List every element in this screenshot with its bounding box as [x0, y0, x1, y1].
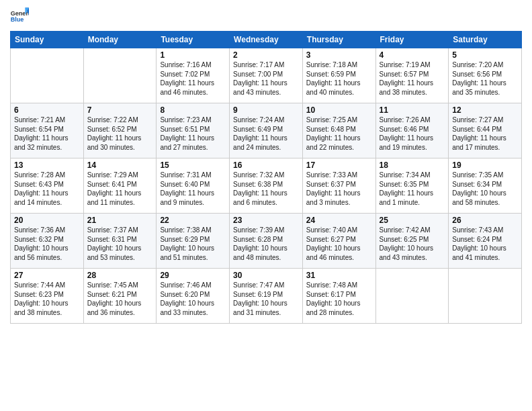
day-info: Sunrise: 7:29 AMSunset: 6:41 PMDaylight:…	[87, 171, 153, 207]
day-of-week-header: Saturday	[449, 32, 522, 48]
calendar-cell: 23Sunrise: 7:39 AMSunset: 6:28 PMDayligh…	[230, 214, 303, 269]
calendar-cell: 7Sunrise: 7:22 AMSunset: 6:52 PMDaylight…	[83, 103, 157, 158]
calendar-cell: 2Sunrise: 7:17 AMSunset: 7:00 PMDaylight…	[230, 48, 303, 103]
day-info: Sunrise: 7:39 AMSunset: 6:28 PMDaylight:…	[233, 226, 299, 262]
day-number: 9	[233, 105, 299, 115]
calendar-cell: 18Sunrise: 7:34 AMSunset: 6:35 PMDayligh…	[375, 158, 449, 214]
day-number: 5	[452, 50, 518, 60]
calendar-cell: 1Sunrise: 7:16 AMSunset: 7:02 PMDaylight…	[157, 48, 230, 103]
day-of-week-header: Tuesday	[157, 32, 230, 48]
day-info: Sunrise: 7:21 AMSunset: 6:54 PMDaylight:…	[14, 116, 80, 152]
logo-icon: General Blue	[10, 7, 29, 26]
day-info: Sunrise: 7:40 AMSunset: 6:27 PMDaylight:…	[306, 226, 372, 262]
day-info: Sunrise: 7:38 AMSunset: 6:29 PMDaylight:…	[160, 226, 226, 262]
calendar-cell	[449, 269, 522, 324]
day-info: Sunrise: 7:42 AMSunset: 6:25 PMDaylight:…	[380, 226, 445, 262]
day-number: 3	[306, 50, 372, 60]
day-of-week-header: Sunday	[11, 32, 84, 48]
calendar-cell	[83, 48, 157, 103]
day-number: 2	[233, 50, 299, 60]
day-number: 1	[160, 50, 226, 60]
calendar-week-row: 13Sunrise: 7:28 AMSunset: 6:43 PMDayligh…	[11, 158, 522, 214]
calendar-week-row: 6Sunrise: 7:21 AMSunset: 6:54 PMDaylight…	[11, 103, 522, 158]
day-info: Sunrise: 7:45 AMSunset: 6:21 PMDaylight:…	[87, 281, 153, 317]
calendar-cell: 3Sunrise: 7:18 AMSunset: 6:59 PMDaylight…	[302, 48, 375, 103]
day-number: 25	[380, 216, 445, 225]
day-info: Sunrise: 7:43 AMSunset: 6:24 PMDaylight:…	[452, 226, 518, 262]
day-info: Sunrise: 7:28 AMSunset: 6:43 PMDaylight:…	[14, 171, 80, 207]
day-info: Sunrise: 7:25 AMSunset: 6:48 PMDaylight:…	[306, 116, 372, 152]
day-number: 6	[14, 105, 80, 115]
day-info: Sunrise: 7:48 AMSunset: 6:17 PMDaylight:…	[306, 281, 372, 317]
day-info: Sunrise: 7:20 AMSunset: 6:56 PMDaylight:…	[452, 60, 518, 97]
day-number: 23	[233, 216, 299, 225]
calendar-cell: 17Sunrise: 7:33 AMSunset: 6:37 PMDayligh…	[302, 158, 375, 214]
calendar-week-row: 1Sunrise: 7:16 AMSunset: 7:02 PMDaylight…	[11, 48, 522, 103]
calendar-week-row: 20Sunrise: 7:36 AMSunset: 6:32 PMDayligh…	[11, 214, 522, 269]
day-info: Sunrise: 7:27 AMSunset: 6:44 PMDaylight:…	[452, 116, 518, 152]
calendar-cell: 26Sunrise: 7:43 AMSunset: 6:24 PMDayligh…	[449, 214, 522, 269]
day-number: 16	[233, 161, 299, 170]
day-number: 26	[452, 216, 518, 225]
calendar-week-row: 27Sunrise: 7:44 AMSunset: 6:23 PMDayligh…	[11, 269, 522, 324]
calendar-cell: 30Sunrise: 7:47 AMSunset: 6:19 PMDayligh…	[230, 269, 303, 324]
calendar-cell: 10Sunrise: 7:25 AMSunset: 6:48 PMDayligh…	[302, 103, 375, 158]
day-number: 28	[87, 271, 153, 280]
calendar-cell: 11Sunrise: 7:26 AMSunset: 6:46 PMDayligh…	[375, 103, 449, 158]
calendar-cell: 5Sunrise: 7:20 AMSunset: 6:56 PMDaylight…	[449, 48, 522, 103]
svg-text:Blue: Blue	[11, 16, 24, 23]
day-info: Sunrise: 7:18 AMSunset: 6:59 PMDaylight:…	[306, 60, 372, 97]
calendar-cell: 19Sunrise: 7:35 AMSunset: 6:34 PMDayligh…	[449, 158, 522, 214]
calendar-cell: 9Sunrise: 7:24 AMSunset: 6:49 PMDaylight…	[230, 103, 303, 158]
day-info: Sunrise: 7:36 AMSunset: 6:32 PMDaylight:…	[14, 226, 80, 262]
day-number: 15	[160, 161, 226, 170]
day-info: Sunrise: 7:22 AMSunset: 6:52 PMDaylight:…	[87, 116, 153, 152]
day-info: Sunrise: 7:44 AMSunset: 6:23 PMDaylight:…	[14, 281, 80, 317]
calendar-cell: 27Sunrise: 7:44 AMSunset: 6:23 PMDayligh…	[11, 269, 84, 324]
day-number: 18	[380, 161, 445, 170]
calendar-cell: 12Sunrise: 7:27 AMSunset: 6:44 PMDayligh…	[449, 103, 522, 158]
calendar-cell: 31Sunrise: 7:48 AMSunset: 6:17 PMDayligh…	[302, 269, 375, 324]
page: General Blue SundayMondayTuesdayWednesda…	[0, 0, 532, 411]
day-number: 21	[87, 216, 153, 225]
logo: General Blue	[10, 7, 29, 26]
calendar-cell: 14Sunrise: 7:29 AMSunset: 6:41 PMDayligh…	[83, 158, 157, 214]
day-number: 17	[306, 161, 372, 170]
calendar-cell	[11, 48, 84, 103]
day-info: Sunrise: 7:17 AMSunset: 7:00 PMDaylight:…	[233, 60, 299, 97]
day-of-week-header: Wednesday	[230, 32, 303, 48]
day-number: 12	[452, 105, 518, 115]
day-info: Sunrise: 7:23 AMSunset: 6:51 PMDaylight:…	[160, 116, 226, 152]
day-number: 22	[160, 216, 226, 225]
calendar-cell	[375, 269, 449, 324]
calendar-cell: 24Sunrise: 7:40 AMSunset: 6:27 PMDayligh…	[302, 214, 375, 269]
calendar-cell: 22Sunrise: 7:38 AMSunset: 6:29 PMDayligh…	[157, 214, 230, 269]
header: General Blue	[10, 7, 522, 26]
day-number: 4	[380, 50, 445, 60]
day-info: Sunrise: 7:19 AMSunset: 6:57 PMDaylight:…	[380, 60, 445, 97]
calendar-cell: 16Sunrise: 7:32 AMSunset: 6:38 PMDayligh…	[230, 158, 303, 214]
day-info: Sunrise: 7:47 AMSunset: 6:19 PMDaylight:…	[233, 281, 299, 317]
calendar-header-row: SundayMondayTuesdayWednesdayThursdayFrid…	[11, 32, 522, 48]
day-of-week-header: Thursday	[302, 32, 375, 48]
day-number: 7	[87, 105, 153, 115]
calendar-cell: 25Sunrise: 7:42 AMSunset: 6:25 PMDayligh…	[375, 214, 449, 269]
day-number: 27	[14, 271, 80, 280]
day-number: 10	[306, 105, 372, 115]
day-number: 29	[160, 271, 226, 280]
day-number: 8	[160, 105, 226, 115]
day-info: Sunrise: 7:33 AMSunset: 6:37 PMDaylight:…	[306, 171, 372, 207]
day-info: Sunrise: 7:24 AMSunset: 6:49 PMDaylight:…	[233, 116, 299, 152]
calendar-cell: 21Sunrise: 7:37 AMSunset: 6:31 PMDayligh…	[83, 214, 157, 269]
calendar-cell: 29Sunrise: 7:46 AMSunset: 6:20 PMDayligh…	[157, 269, 230, 324]
calendar-cell: 20Sunrise: 7:36 AMSunset: 6:32 PMDayligh…	[11, 214, 84, 269]
day-of-week-header: Monday	[83, 32, 157, 48]
day-info: Sunrise: 7:26 AMSunset: 6:46 PMDaylight:…	[380, 116, 445, 152]
day-number: 20	[14, 216, 80, 225]
calendar-cell: 4Sunrise: 7:19 AMSunset: 6:57 PMDaylight…	[375, 48, 449, 103]
day-info: Sunrise: 7:35 AMSunset: 6:34 PMDaylight:…	[452, 171, 518, 207]
day-of-week-header: Friday	[375, 32, 449, 48]
day-number: 19	[452, 161, 518, 170]
calendar-cell: 28Sunrise: 7:45 AMSunset: 6:21 PMDayligh…	[83, 269, 157, 324]
calendar-cell: 6Sunrise: 7:21 AMSunset: 6:54 PMDaylight…	[11, 103, 84, 158]
